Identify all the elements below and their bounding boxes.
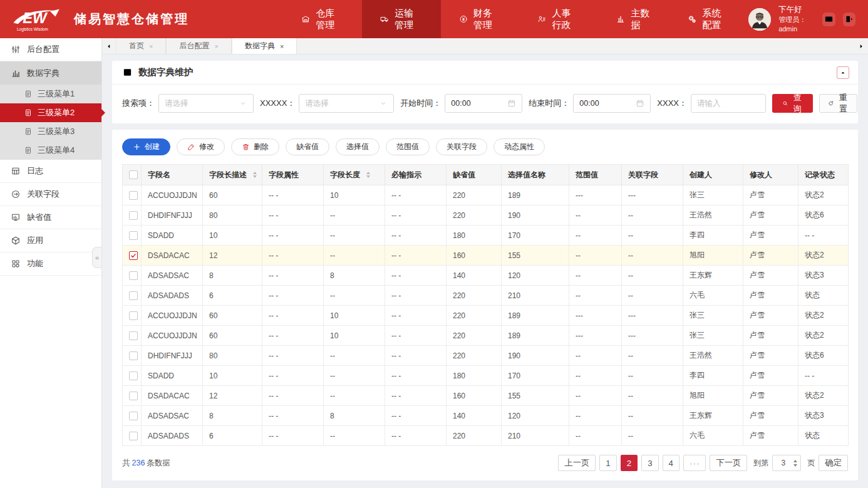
tab-close-icon[interactable]: × (280, 43, 284, 50)
sidebar-item-数据字典[interactable]: 数据字典 (0, 61, 101, 85)
sidebar-item-缺省值[interactable]: 缺省值 (0, 206, 101, 229)
table-row[interactable]: ADSADSAC8-- -8-- -140120----王东辉卢雪状态3 (123, 266, 849, 286)
sidebar-item-后台配置[interactable]: 后台配置 (0, 38, 101, 61)
page-button-4[interactable]: 4 (663, 455, 679, 471)
page-jump-spinner[interactable] (793, 460, 800, 467)
filter-row: 搜索项：请选择XXXXX：请选择开始时间：00:00结束时间：00:00XXXX… (112, 85, 858, 123)
tab-后台配置[interactable]: 后台配置× (166, 38, 231, 54)
row-checkbox-cell (123, 185, 142, 205)
table-row[interactable]: SDADD10-- ----- -180170----李四卢雪-- - (123, 366, 849, 386)
toolbar-button-动态属性[interactable]: 动态属性 (493, 138, 545, 155)
table-row[interactable]: ADSADSAC8-- -8-- -140120----王东辉卢雪状态3 (123, 406, 849, 426)
tabs-scroll-left[interactable] (102, 38, 116, 54)
row-checkbox[interactable] (129, 371, 138, 380)
table-row[interactable]: ACCUOJJDJN60-- -10-- -220189------张三卢雪状态… (123, 306, 849, 326)
toolbar-button-创建[interactable]: 创建 (122, 138, 170, 155)
page-button-1[interactable]: 1 (599, 455, 616, 471)
row-checkbox[interactable] (129, 231, 138, 240)
cell-缺省值: 180 (447, 366, 502, 386)
sidebar-item-三级菜单2[interactable]: 三级菜单2 (0, 103, 101, 122)
sort-icon[interactable] (366, 172, 370, 178)
sidebar-item-关联字段[interactable]: 关联字段 (0, 183, 101, 206)
time-input[interactable]: 00:00 (445, 94, 522, 113)
toolbar-button-修改[interactable]: 修改 (177, 138, 225, 155)
row-checkbox[interactable] (129, 251, 138, 260)
nav-item-人事行政[interactable]: 人事行政 (519, 0, 598, 38)
text-input[interactable]: 请输入 (691, 94, 766, 113)
cell-创建人: 旭阳 (683, 246, 743, 266)
page-jump-input[interactable]: 3 (772, 455, 801, 471)
table-row[interactable]: DSADACAC12-- ----- -160155----旭阳卢雪状态2 (123, 246, 849, 266)
table-row[interactable]: DHDIFNFJJJ80-- ----- -220190----王浩然卢雪状态6 (123, 205, 849, 226)
avatar[interactable] (748, 8, 771, 31)
table-row[interactable]: DSADACAC12-- ----- -160155----旭阳卢雪状态2 (123, 386, 849, 406)
table-row[interactable]: ADSADADS6-- ----- -220210----六毛卢雪状态 (123, 426, 849, 446)
sidebar-item-功能[interactable]: 功能 (0, 252, 101, 276)
mail-button[interactable] (822, 13, 835, 26)
nav-item-仓库管理[interactable]: 仓库管理 (283, 0, 362, 38)
page-button-3[interactable]: 3 (641, 455, 658, 471)
search-button[interactable]: 查询 (772, 94, 813, 113)
nav-item-主数据[interactable]: 主数据 (598, 0, 669, 38)
table-row[interactable]: SDADD10-- ----- -180170----李四卢雪-- - (123, 226, 849, 246)
cell-记录状态: -- - (798, 226, 849, 246)
pages-ellipsis-button[interactable]: ··· (683, 455, 706, 471)
row-checkbox[interactable] (129, 211, 138, 220)
tab-close-icon[interactable]: × (214, 43, 218, 50)
toolbar-button-缺省值[interactable]: 缺省值 (286, 138, 329, 155)
row-checkbox[interactable] (129, 392, 138, 400)
column-header-label: 修改人 (750, 170, 772, 180)
cell-缺省值: 220 (447, 346, 502, 366)
table-row[interactable]: ACCUOJJDJN60-- -10-- -220189------张三卢雪状态… (123, 185, 849, 205)
sidebar-item-三级菜单3[interactable]: 三级菜单3 (0, 122, 101, 141)
column-header-inner: 缺省值 (453, 170, 495, 180)
sidebar-item-日志[interactable]: 日志 (0, 160, 101, 183)
next-page-button[interactable]: 下一页 (710, 455, 747, 471)
sidebar-item-三级菜单4[interactable]: 三级菜单4 (0, 141, 101, 160)
cell-字段长度: -- (324, 286, 385, 306)
sidebar-item-三级菜单1[interactable]: 三级菜单1 (0, 85, 101, 103)
nav-item-财务管理[interactable]: 财务管理 (441, 0, 520, 38)
reset-button[interactable]: 重置 (819, 94, 857, 113)
table-row[interactable]: ACCUOJJDJN60-- -10-- -220189------张三卢雪状态… (123, 326, 849, 346)
sort-icon[interactable] (253, 172, 257, 178)
row-checkbox[interactable] (129, 412, 138, 420)
cell-必输指示: -- - (385, 226, 447, 246)
cell-字段属性: -- - (262, 226, 324, 246)
table-row[interactable]: ADSADADS6-- ----- -220210----六毛卢雪状态 (123, 286, 849, 306)
row-checkbox[interactable] (129, 291, 138, 300)
select-input[interactable]: 请选择 (158, 94, 254, 113)
row-checkbox[interactable] (129, 311, 138, 320)
confirm-page-button[interactable]: 确定 (819, 455, 848, 471)
row-checkbox[interactable] (129, 351, 138, 360)
tabs-scroll-right[interactable] (854, 38, 868, 54)
sidebar-item-应用[interactable]: 应用 (0, 229, 101, 252)
cell-缺省值: 220 (447, 306, 502, 326)
time-input[interactable]: 00:00 (573, 94, 651, 113)
row-checkbox[interactable] (129, 331, 138, 340)
sidebar-collapse-handle[interactable]: « (92, 247, 101, 268)
toolbar-button-范围值[interactable]: 范围值 (386, 138, 430, 155)
toolbar-button-选择值[interactable]: 选择值 (336, 138, 380, 155)
row-checkbox[interactable] (129, 271, 138, 280)
toolbar-button-关联字段[interactable]: 关联字段 (436, 138, 487, 155)
nav-item-label: 系统配置 (702, 8, 730, 31)
cell-记录状态: 状态2 (798, 246, 849, 266)
toolbar-button-删除[interactable]: 删除 (231, 138, 279, 155)
tab-close-icon[interactable]: × (149, 43, 153, 50)
prev-page-button[interactable]: 上一页 (558, 455, 596, 471)
tab-首页[interactable]: 首页× (116, 38, 166, 54)
row-checkbox[interactable] (129, 432, 138, 440)
tab-数据字典[interactable]: 数据字典× (232, 38, 297, 54)
nav-item-系统配置[interactable]: 系统配置 (669, 0, 748, 38)
page-button-2[interactable]: 2 (621, 455, 638, 471)
select-all-checkbox[interactable] (129, 170, 138, 179)
panel-collapse-button[interactable] (837, 66, 849, 79)
table-row[interactable]: DHDIFNFJJJ80-- ----- -220190----王浩然卢雪状态6 (123, 346, 849, 366)
select-input[interactable]: 请选择 (299, 94, 394, 113)
nav-item-运输管理[interactable]: 运输管理 (362, 0, 441, 38)
cell-创建人: 王浩然 (683, 346, 743, 366)
row-checkbox[interactable] (129, 191, 138, 200)
logout-button[interactable] (843, 13, 855, 26)
table-toolbar: 创建修改删除缺省值选择值范围值关联字段动态属性 (112, 130, 858, 164)
